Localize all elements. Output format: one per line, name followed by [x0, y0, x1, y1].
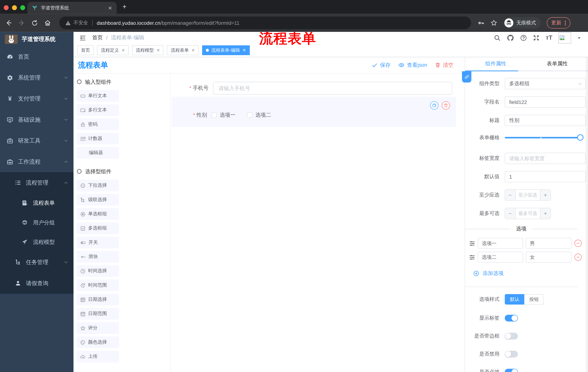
palette-item-checkbox-group[interactable]: 多选框组 [76, 223, 119, 234]
reload-icon[interactable] [32, 20, 38, 26]
with-border-toggle[interactable] [505, 333, 518, 340]
help-icon[interactable] [520, 35, 527, 41]
clear-button[interactable]: 清空 [435, 62, 453, 68]
drag-handle-icon[interactable] [469, 254, 475, 260]
update-button[interactable]: 更新 [547, 17, 570, 29]
close-window-button[interactable] [4, 5, 9, 10]
delete-component-button[interactable] [442, 101, 450, 110]
palette-item-time-range[interactable]: 时间范围 [76, 279, 119, 291]
copy-component-button[interactable] [430, 101, 438, 110]
default-value-input[interactable] [505, 171, 586, 182]
palette-item-select[interactable]: 下拉选择 [76, 180, 119, 191]
title-input[interactable] [505, 115, 586, 126]
palette-item-multi-text[interactable]: 多行文本 [76, 104, 119, 116]
close-tab-icon[interactable]: ✕ [108, 5, 112, 10]
option-label-input[interactable] [478, 238, 523, 249]
palette-item-date-picker[interactable]: 日期选择 [76, 294, 119, 305]
close-icon[interactable]: ✕ [157, 48, 160, 53]
remove-option-button[interactable] [575, 254, 582, 261]
sidebar-item-home[interactable]: 首页 [0, 46, 74, 67]
save-button[interactable]: 保存 [372, 62, 390, 68]
forward-icon[interactable] [18, 20, 25, 26]
gender-option-1[interactable]: 选项一 [211, 112, 236, 118]
option-label-input[interactable] [478, 252, 523, 263]
key-icon[interactable] [478, 20, 484, 26]
palette-item-cascade[interactable]: 级联选择 [76, 194, 119, 206]
github-icon[interactable] [507, 34, 514, 42]
add-option-button[interactable]: 添加选项 [473, 270, 580, 277]
min-select-value[interactable]: 至少应选 [515, 190, 540, 200]
option-value-input[interactable] [526, 238, 571, 249]
sidebar-item-payment[interactable]: ¥ 支付管理 [0, 88, 74, 109]
remove-option-button[interactable] [575, 240, 582, 247]
disabled-toggle[interactable] [505, 351, 518, 357]
show-label-toggle[interactable] [505, 315, 518, 321]
palette-item-single-text[interactable]: 单行文本 [76, 90, 119, 102]
checkbox[interactable] [211, 112, 217, 118]
palette-item-upload[interactable]: 上传 [76, 351, 119, 362]
tag-process-form-edit[interactable]: 流程表单-编辑✕ [202, 45, 250, 55]
canvas-field-phone[interactable]: 手机号 [171, 82, 465, 95]
sidebar-item-system[interactable]: 系统管理 [0, 67, 74, 88]
minimize-window-button[interactable] [12, 5, 17, 10]
new-tab-button[interactable]: + [120, 2, 129, 11]
sidebar-item-process-form[interactable]: 流程表单 [0, 193, 74, 213]
tab-form-props[interactable]: 表单属性 [526, 57, 588, 70]
palette-item-radio-group[interactable]: 单选框组 [76, 208, 119, 220]
sidebar-item-user-group[interactable]: 用户分组 [0, 213, 74, 232]
component-type-select[interactable] [505, 78, 586, 89]
link-tag-button[interactable] [462, 71, 471, 83]
palette-item-slider[interactable]: 滑块 [76, 251, 119, 263]
tag-home[interactable]: 首页 [77, 45, 94, 55]
home-icon[interactable] [44, 20, 51, 26]
gender-option-2[interactable]: 选项二 [247, 112, 271, 118]
browser-menu-icon[interactable] [565, 20, 566, 25]
bookmark-star-icon[interactable] [491, 20, 497, 26]
search-icon[interactable] [494, 35, 501, 41]
required-toggle[interactable] [505, 369, 518, 372]
decrement-button[interactable]: − [505, 190, 515, 200]
sidebar-item-devtools[interactable]: 研发工具 [0, 130, 74, 151]
slider-handle[interactable] [577, 134, 583, 141]
palette-item-editor[interactable]: 编辑器 [76, 147, 119, 159]
sidebar-item-task-mgmt[interactable]: 任务管理 [0, 252, 74, 273]
increment-button[interactable]: + [540, 190, 551, 200]
close-icon[interactable]: ✕ [122, 48, 125, 53]
tag-process-model[interactable]: 流程模型✕ [132, 45, 164, 55]
back-icon[interactable] [5, 20, 12, 26]
field-name-input[interactable] [505, 96, 586, 108]
drag-handle-icon[interactable] [469, 240, 475, 246]
phone-input[interactable] [213, 82, 452, 95]
caret-down-icon[interactable] [577, 36, 581, 40]
breadcrumb-home[interactable]: 首页 [92, 35, 103, 41]
canvas-field-gender-selected[interactable]: 性别 选项一 选项二 [172, 97, 456, 127]
checkbox[interactable] [247, 112, 252, 118]
close-icon[interactable]: ✕ [191, 48, 195, 53]
decrement-button[interactable]: − [505, 208, 515, 219]
max-select-value[interactable]: 最多可选 [515, 208, 540, 219]
avatar[interactable] [558, 32, 571, 43]
zoom-window-button[interactable] [20, 5, 25, 10]
font-size-icon[interactable]: тT [546, 35, 552, 41]
sidebar-item-leave-query[interactable]: 请假查询 [0, 273, 74, 294]
sidebar-item-process-model[interactable]: 流程模型 [0, 232, 74, 252]
sidebar-item-process-mgmt[interactable]: 流程管理 [0, 172, 74, 193]
sidebar-item-infra[interactable]: 基础设施 [0, 109, 74, 130]
palette-item-time-picker[interactable]: 时间选择 [76, 265, 119, 277]
style-button-button[interactable]: 按钮 [524, 294, 544, 305]
tag-process-form[interactable]: 流程表单✕ [167, 45, 199, 55]
palette-item-rate[interactable]: 评分 [76, 322, 119, 334]
fullscreen-icon[interactable] [533, 35, 540, 41]
collapse-sidebar-icon[interactable] [80, 35, 86, 41]
address-bar[interactable]: 不安全 dashboard.yudao.iocoder.cn/bpm/manag… [59, 17, 471, 29]
style-default-button[interactable]: 默认 [505, 294, 524, 305]
increment-button[interactable]: + [540, 208, 551, 219]
label-width-input[interactable] [505, 153, 586, 164]
close-icon[interactable]: ✕ [242, 48, 246, 53]
browser-tab[interactable]: 芋道管理系统 ✕ [27, 2, 117, 14]
view-json-button[interactable]: 查看json [399, 62, 427, 68]
sidebar-logo[interactable]: 芋道管理系统 [0, 32, 74, 46]
palette-item-date-range[interactable]: 日期范围 [76, 308, 119, 319]
palette-item-color-picker[interactable]: 颜色选择 [76, 337, 119, 348]
palette-item-switch[interactable]: 开关 [76, 237, 119, 248]
